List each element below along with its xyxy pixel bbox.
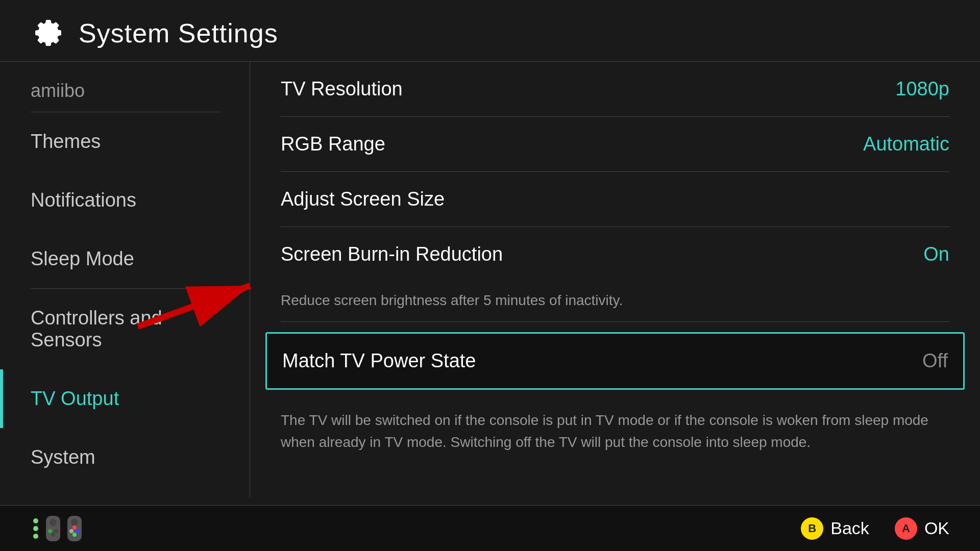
tv-resolution-value: 1080p — [895, 78, 949, 100]
svg-point-4 — [33, 534, 38, 539]
svg-point-7 — [48, 529, 52, 533]
back-button[interactable]: B Back — [801, 517, 869, 540]
footer-buttons: B Back A OK — [801, 517, 949, 540]
tv-resolution-label: TV Resolution — [281, 78, 403, 100]
rgb-range-row[interactable]: RGB Range Automatic — [281, 117, 949, 172]
svg-point-9 — [54, 529, 58, 533]
sidebar-item-system[interactable]: System — [0, 428, 250, 487]
svg-point-3 — [33, 526, 38, 531]
rgb-range-value: Automatic — [863, 133, 949, 155]
match-tv-power-value: Off — [922, 350, 948, 372]
svg-point-13 — [72, 525, 77, 530]
back-label: Back — [830, 518, 869, 538]
svg-point-2 — [33, 518, 38, 523]
rgb-range-label: RGB Range — [281, 133, 385, 155]
footer: B Back A OK — [0, 505, 980, 551]
sidebar-item-amiibo[interactable]: amiibo — [0, 62, 250, 112]
svg-point-15 — [72, 533, 77, 537]
b-button-circle: B — [801, 517, 823, 540]
header: System Settings — [0, 0, 980, 61]
main-layout: amiibo Themes Notifications Sleep Mode C… — [0, 61, 980, 497]
sidebar-item-controllers[interactable]: Controllers and Sensors — [0, 289, 250, 369]
ok-button[interactable]: A OK — [895, 517, 949, 540]
page-title: System Settings — [79, 18, 278, 48]
screen-burn-label: Screen Burn-in Reduction — [281, 243, 503, 265]
sidebar-item-notifications[interactable]: Notifications — [0, 171, 250, 230]
match-tv-power-description: The TV will be switched on if the consol… — [281, 400, 949, 459]
match-tv-power-row[interactable]: Match TV Power State Off — [265, 332, 965, 390]
sidebar-item-tv-output[interactable]: TV Output — [0, 369, 250, 428]
gear-icon — [31, 15, 66, 51]
screen-burn-row[interactable]: Screen Burn-in Reduction On — [281, 227, 949, 282]
joycon-icon — [46, 513, 82, 544]
svg-point-14 — [76, 529, 80, 533]
svg-point-6 — [50, 519, 57, 526]
ok-label: OK — [924, 518, 949, 538]
tv-resolution-row[interactable]: TV Resolution 1080p — [281, 62, 949, 117]
sidebar: amiibo Themes Notifications Sleep Mode C… — [0, 62, 250, 497]
svg-point-8 — [51, 533, 55, 537]
adjust-screen-label: Adjust Screen Size — [281, 188, 445, 210]
dots-icon — [31, 516, 41, 541]
footer-left — [31, 513, 82, 544]
match-tv-power-label: Match TV Power State — [282, 350, 476, 372]
screen-burn-value: On — [923, 243, 949, 265]
sidebar-item-sleep-mode[interactable]: Sleep Mode — [0, 230, 250, 288]
a-button-circle: A — [895, 517, 917, 540]
burn-in-description: Reduce screen brightness after 5 minutes… — [281, 282, 949, 322]
adjust-screen-row[interactable]: Adjust Screen Size — [281, 172, 949, 227]
svg-point-12 — [69, 529, 74, 533]
sidebar-item-themes[interactable]: Themes — [0, 112, 250, 171]
content-area: TV Resolution 1080p RGB Range Automatic … — [250, 62, 980, 497]
svg-point-11 — [71, 519, 78, 526]
